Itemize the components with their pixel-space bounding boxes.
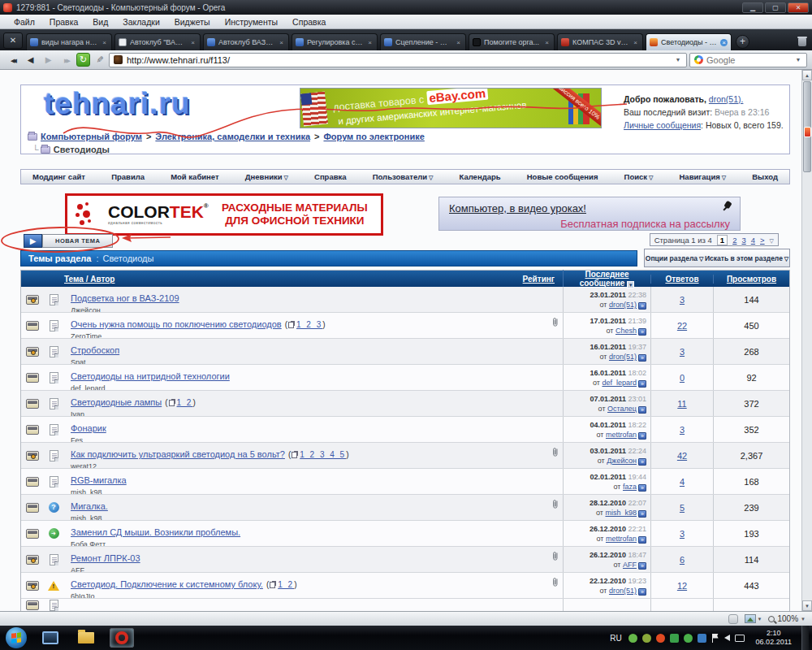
tray-app-icon[interactable] (684, 634, 693, 643)
action-center-flag-icon[interactable] (711, 634, 719, 643)
replies-count-link[interactable]: 22 (677, 321, 687, 331)
tray-app-icon[interactable] (670, 634, 679, 643)
tab-close-icon[interactable] (720, 39, 728, 46)
taskbar-folder-button[interactable] (74, 628, 98, 648)
browser-tab[interactable]: Автоклуб "ВАЗ-... (114, 33, 201, 50)
thread-title-link[interactable]: Светодиоды на нитридной технологии (71, 371, 230, 381)
last-poster-link[interactable]: def_lepard (602, 379, 637, 387)
volume-icon[interactable] (724, 635, 730, 641)
replies-count-link[interactable]: 3 (680, 425, 685, 435)
thread-page-links[interactable]: 1 2 (278, 580, 294, 589)
address-dropdown-icon[interactable] (674, 57, 682, 63)
thread-title-link[interactable]: Как подключить ультраяркий светодиод на … (71, 449, 285, 459)
colortek-banner[interactable]: COLORTEK® идеальная совместимость РАСХОД… (65, 193, 383, 236)
forum-nav-item[interactable]: Справка (314, 172, 347, 181)
rewind-button[interactable] (5, 53, 20, 67)
last-poster-link[interactable]: mettrofan (606, 535, 637, 543)
last-poster-link[interactable]: dron(51) (609, 353, 637, 361)
ebay-banner[interactable]: доставка товаров с eBay.com и других аме… (300, 88, 602, 128)
menu-item[interactable]: Справка (285, 16, 333, 28)
last-poster-link[interactable]: mish_k98 (605, 509, 637, 517)
replies-count-link[interactable]: 3 (680, 347, 685, 357)
replies-count-link[interactable]: 0 (680, 373, 685, 383)
thread-title-link[interactable]: Фонарик (71, 423, 106, 433)
new-topic-label[interactable]: НОВАЯ ТЕМА (42, 234, 113, 248)
last-poster-link[interactable]: mettrofan (606, 431, 637, 439)
page-number-link[interactable]: 3 (741, 236, 745, 245)
scroll-up-icon[interactable] (802, 70, 812, 80)
page-number-link[interactable]: 4 (751, 236, 755, 245)
url-input[interactable] (127, 55, 670, 65)
goto-last-post-icon[interactable] (638, 484, 646, 492)
forum-nav-item[interactable]: Поиск (624, 172, 654, 181)
address-field[interactable] (109, 53, 687, 67)
tab-close-icon[interactable] (278, 39, 285, 46)
column-topic-author[interactable]: Тема / Автор (64, 275, 114, 284)
section-options-dropdown[interactable]: Опции раздела (646, 254, 704, 262)
tray-app-icon[interactable] (656, 634, 665, 643)
private-messages-link[interactable]: Личные сообщения (624, 120, 701, 130)
network-monitor-icon[interactable] (735, 635, 745, 642)
forum-nav-item[interactable]: Мой кабинет (171, 172, 219, 181)
tab-close-icon[interactable] (455, 39, 462, 46)
last-poster-link[interactable]: dron(51) (609, 301, 637, 309)
breadcrumb-link[interactable]: Форум по электронике (323, 132, 424, 141)
goto-last-post-icon[interactable] (638, 380, 646, 388)
edit-mode-icon[interactable] (93, 53, 106, 67)
goto-last-post-icon[interactable] (638, 328, 646, 336)
browser-tab[interactable]: Светодиоды - К... (646, 33, 732, 50)
column-rating[interactable]: Рейтинг (523, 275, 555, 284)
forum-nav-item[interactable]: Новые сообщения (527, 172, 598, 181)
goto-last-post-icon[interactable] (638, 458, 646, 466)
forward-button[interactable] (41, 53, 56, 67)
browser-tab[interactable]: Автоклуб ВАЗ 2... (203, 33, 289, 50)
closed-tabs-trash-icon[interactable] (796, 35, 809, 48)
page-number-link[interactable]: 1 (717, 235, 728, 245)
last-poster-link[interactable]: Осталец (607, 405, 637, 413)
next-page-link[interactable]: > (760, 236, 765, 245)
menu-item[interactable]: Закладки (115, 16, 166, 28)
close-button[interactable]: ✕ (788, 2, 809, 13)
images-toggle[interactable] (745, 614, 762, 623)
thread-page-links[interactable]: 1 2 3 (296, 320, 322, 329)
replies-count-link[interactable]: 5 (680, 503, 685, 513)
tab-close-icon[interactable] (101, 39, 108, 46)
browser-tab[interactable]: Помогите орга... (469, 33, 555, 50)
replies-count-link[interactable]: 4 (680, 477, 685, 487)
tab-close-icon[interactable] (366, 39, 374, 46)
reload-button[interactable] (76, 53, 90, 67)
goto-last-post-icon[interactable] (638, 562, 646, 570)
goto-last-post-icon[interactable] (638, 510, 646, 518)
taskbar-clock[interactable]: 2:10 06.02.2011 (756, 629, 792, 648)
replies-count-link[interactable]: 6 (680, 555, 685, 565)
zoom-control[interactable]: 100% (768, 614, 806, 623)
goto-last-post-icon[interactable] (638, 536, 646, 544)
thread-title-link[interactable]: RGB-мигалка (71, 475, 127, 485)
show-desktop-button[interactable] (801, 626, 809, 650)
replies-count-link[interactable]: 12 (677, 581, 687, 591)
thread-page-links[interactable]: 1 2 3 4 5 (300, 450, 346, 459)
thread-title-link[interactable]: Ремонт ЛПРК-03 (71, 553, 140, 563)
browser-tab[interactable]: виды нагара на ... (26, 33, 112, 50)
menu-item[interactable]: Файл (6, 16, 42, 28)
tray-app-icon[interactable] (642, 634, 651, 643)
page-jump-dropdown-icon[interactable] (770, 236, 774, 245)
menu-item[interactable]: Инструменты (218, 16, 285, 28)
last-poster-link[interactable]: dron(51) (609, 587, 637, 595)
search-input[interactable] (706, 55, 791, 65)
forum-nav-item[interactable]: Правила (111, 172, 145, 181)
forum-nav-item[interactable]: Выход (752, 172, 778, 181)
replies-count-link[interactable]: 11 (677, 399, 686, 409)
browser-tab[interactable]: Сцепление - Ав... (380, 33, 466, 50)
forum-nav-item[interactable]: Пользователи (373, 172, 434, 181)
forum-nav-item[interactable]: Навигация (680, 172, 727, 181)
replies-count-link[interactable]: 42 (677, 451, 687, 461)
thread-page-links[interactable]: 1 2 (177, 398, 193, 407)
last-poster-link[interactable]: AFF (623, 561, 637, 569)
search-engine-dropdown-icon[interactable] (794, 57, 802, 63)
start-button[interactable] (6, 627, 27, 648)
browser-tab[interactable]: КОМПАС 3D v1... (557, 33, 643, 50)
new-tab-button[interactable] (736, 35, 749, 49)
menu-item[interactable]: Правка (42, 16, 85, 28)
page-number-link[interactable]: 2 (732, 236, 736, 245)
